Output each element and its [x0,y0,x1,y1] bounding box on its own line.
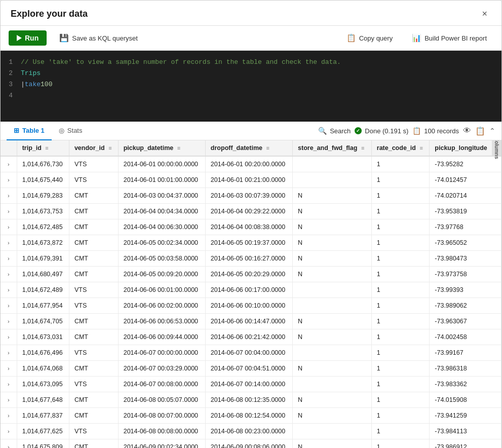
expand-cell[interactable]: › [1,282,17,298]
cell-store-fwd-flag: N [293,251,372,267]
expand-cell[interactable]: › [1,156,17,172]
copy-icon-sm[interactable]: 📋 [475,126,485,136]
columns-handle[interactable]: Columns [492,140,501,156]
cell-pickup-longitude: -73.986318 [430,361,501,377]
expand-button[interactable]: › [6,223,12,231]
cell-pickup-longitude: -73.984113 [430,424,501,439]
expand-button[interactable]: › [6,207,12,215]
expand-button[interactable]: › [6,380,12,388]
cell-rate-code-id: 1 [371,361,430,377]
build-power-bi-button[interactable]: 📊 Build Power BI report [405,30,493,46]
data-table-container[interactable]: trip_id ≡ vendor_id ≡ pickup_datetime ≡ … [1,140,501,448]
table-row: › 1,014,674,705 CMT 2014-06-06 00:06:53.… [1,314,501,329]
cell-rate-code-id: 1 [371,267,430,282]
cell-dropoff-datetime: 2014-06-06 00:14:47.0000 [205,314,292,329]
cell-trip-id: 1,014,677,648 [17,392,69,408]
records-info: 📋 100 records [412,127,459,135]
expand-button[interactable]: › [6,270,12,278]
expand-button[interactable]: › [6,333,12,341]
table-row: › 1,014,673,031 CMT 2014-06-06 00:09:44.… [1,329,501,345]
col-pickup-longitude[interactable]: pickup_longitude Columns [430,140,501,156]
expand-col-header [1,140,17,156]
cell-pickup-datetime: 2014-06-06 00:01:00.0000 [118,282,205,298]
col-pickup-datetime[interactable]: pickup_datetime ≡ [118,140,205,156]
copy-query-button[interactable]: 📋 Copy query [340,30,399,46]
collapse-icon[interactable]: ⌃ [489,127,495,135]
cell-rate-code-id: 1 [371,345,430,361]
eye-icon[interactable]: 👁 [463,126,471,135]
cell-vendor-id: CMT [69,314,118,329]
expand-button[interactable]: › [6,286,12,294]
expand-cell[interactable]: › [1,392,17,408]
expand-cell[interactable]: › [1,251,17,267]
cell-dropoff-datetime: 2014-06-04 00:08:38.0000 [205,219,292,235]
expand-cell[interactable]: › [1,204,17,219]
table-row: › 1,014,679,391 CMT 2014-06-05 00:03:58.… [1,251,501,267]
expand-cell[interactable]: › [1,408,17,424]
expand-button[interactable]: › [6,192,12,200]
run-button[interactable]: Run [9,30,47,46]
expand-cell[interactable]: › [1,235,17,251]
expand-button[interactable]: › [6,254,12,263]
table-row: › 1,014,677,837 CMT 2014-06-08 00:07:00.… [1,408,501,424]
col-rate-code[interactable]: rate_code_id ≡ [371,140,430,156]
cell-vendor-id: CMT [69,204,118,219]
save-icon: 💾 [59,33,69,43]
cell-trip-id: 1,014,674,705 [17,314,69,329]
expand-cell[interactable]: › [1,267,17,282]
tab-stats[interactable]: ◎ Stats [52,122,90,140]
copy-icon: 📋 [346,33,356,43]
cell-dropoff-datetime: 2014-06-08 00:12:54.0000 [205,408,292,424]
table-header-row: trip_id ≡ vendor_id ≡ pickup_datetime ≡ … [1,140,501,156]
cell-trip-id: 1,014,675,440 [17,172,69,188]
expand-cell[interactable]: › [1,188,17,204]
expand-cell[interactable]: › [1,361,17,377]
tab-table[interactable]: ⊞ Table 1 [7,122,52,140]
expand-cell[interactable]: › [1,345,17,361]
expand-cell[interactable]: › [1,377,17,392]
save-queryset-button[interactable]: 💾 Save as KQL queryset [53,30,144,46]
col-trip-id[interactable]: trip_id ≡ [17,140,69,156]
expand-cell[interactable]: › [1,439,17,449]
expand-button[interactable]: › [6,364,12,372]
cell-pickup-longitude: -73.973758 [430,267,501,282]
cell-store-fwd-flag: N [293,219,372,235]
table-row: › 1,014,679,283 CMT 2014-06-03 00:04:37.… [1,188,501,204]
table-row: › 1,014,673,872 CMT 2014-06-05 00:02:34.… [1,235,501,251]
cell-pickup-datetime: 2014-06-08 00:07:00.0000 [118,408,205,424]
expand-button[interactable]: › [6,239,12,247]
expand-button[interactable]: › [6,443,12,448]
cell-store-fwd-flag: N [293,392,372,408]
expand-button[interactable]: › [6,302,12,310]
cell-rate-code-id: 1 [371,298,430,314]
cell-trip-id: 1,014,673,872 [17,235,69,251]
code-editor[interactable]: 1 // Use 'take' to view a sample number … [1,51,501,122]
cell-rate-code-id: 1 [371,282,430,298]
expand-cell[interactable]: › [1,298,17,314]
cell-rate-code-id: 1 [371,424,430,439]
cell-vendor-id: VTS [69,156,118,172]
cell-pickup-longitude: -74.012457 [430,172,501,188]
expand-button[interactable]: › [6,412,12,420]
expand-cell[interactable]: › [1,172,17,188]
cell-rate-code-id: 1 [371,251,430,267]
col-vendor-id[interactable]: vendor_id ≡ [69,140,118,156]
cell-pickup-longitude: -73.99393 [430,282,501,298]
expand-button[interactable]: › [6,176,12,184]
cell-pickup-datetime: 2014-06-08 00:05:07.0000 [118,392,205,408]
close-button[interactable]: × [478,7,491,21]
expand-cell[interactable]: › [1,314,17,329]
col-dropoff-datetime[interactable]: dropoff_datetime ≡ [205,140,292,156]
cell-pickup-datetime: 2014-06-05 00:09:20.0000 [118,267,205,282]
col-store-fwd-flag[interactable]: store_and_fwd_flag ≡ [293,140,372,156]
expand-button[interactable]: › [6,160,12,168]
search-button[interactable]: 🔍 Search [318,127,351,135]
expand-button[interactable]: › [6,427,12,435]
expand-button[interactable]: › [6,317,12,325]
expand-cell[interactable]: › [1,424,17,439]
cell-store-fwd-flag [293,424,372,439]
expand-button[interactable]: › [6,396,12,404]
expand-cell[interactable]: › [1,329,17,345]
expand-cell[interactable]: › [1,219,17,235]
expand-button[interactable]: › [6,349,12,357]
